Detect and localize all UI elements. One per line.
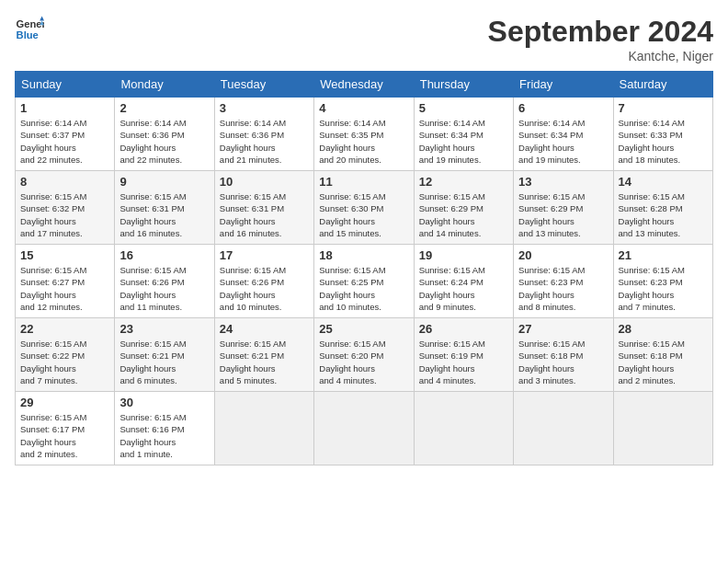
calendar-day-21: 21Sunrise: 6:15 AMSunset: 6:23 PMDayligh…	[613, 245, 712, 318]
calendar-day-11: 11Sunrise: 6:15 AMSunset: 6:30 PMDayligh…	[314, 171, 414, 245]
day-info: Sunrise: 6:14 AMSunset: 6:34 PMDaylight …	[419, 117, 508, 166]
day-info: Sunrise: 6:15 AMSunset: 6:17 PMDaylight …	[20, 411, 109, 460]
day-number: 8	[20, 175, 109, 189]
day-number: 26	[419, 322, 508, 336]
calendar-day-28: 28Sunrise: 6:15 AMSunset: 6:18 PMDayligh…	[613, 318, 712, 392]
day-info: Sunrise: 6:15 AMSunset: 6:29 PMDaylight …	[419, 190, 508, 239]
day-info: Sunrise: 6:15 AMSunset: 6:20 PMDaylight …	[319, 338, 408, 386]
day-info: Sunrise: 6:15 AMSunset: 6:22 PMDaylight …	[20, 338, 109, 386]
col-header-tuesday: Tuesday	[214, 72, 313, 98]
calendar-day-1: 1Sunrise: 6:14 AMSunset: 6:37 PMDaylight…	[16, 98, 115, 171]
calendar-day-9: 9Sunrise: 6:15 AMSunset: 6:31 PMDaylight…	[115, 171, 214, 245]
calendar-day-empty	[314, 392, 414, 465]
calendar-day-19: 19Sunrise: 6:15 AMSunset: 6:24 PMDayligh…	[414, 245, 513, 318]
calendar-row: 22Sunrise: 6:15 AMSunset: 6:22 PMDayligh…	[16, 318, 713, 392]
day-info: Sunrise: 6:15 AMSunset: 6:31 PMDaylight …	[119, 190, 209, 239]
day-info: Sunrise: 6:15 AMSunset: 6:29 PMDaylight …	[518, 190, 608, 239]
day-number: 17	[220, 248, 309, 262]
day-info: Sunrise: 6:14 AMSunset: 6:37 PMDaylight …	[20, 117, 109, 166]
location: Kantche, Niger	[488, 49, 713, 63]
day-number: 1	[20, 101, 109, 115]
calendar-day-2: 2Sunrise: 6:14 AMSunset: 6:36 PMDaylight…	[115, 98, 214, 171]
calendar-day-4: 4Sunrise: 6:14 AMSunset: 6:35 PMDaylight…	[314, 98, 414, 171]
day-number: 24	[220, 322, 309, 336]
day-number: 27	[518, 322, 608, 336]
day-info: Sunrise: 6:15 AMSunset: 6:23 PMDaylight …	[518, 264, 608, 313]
day-number: 23	[119, 322, 209, 336]
calendar-day-15: 15Sunrise: 6:15 AMSunset: 6:27 PMDayligh…	[16, 245, 115, 318]
day-number: 5	[419, 101, 508, 115]
day-info: Sunrise: 6:15 AMSunset: 6:18 PMDaylight …	[518, 338, 608, 386]
calendar-day-23: 23Sunrise: 6:15 AMSunset: 6:21 PMDayligh…	[115, 318, 214, 392]
day-number: 3	[220, 101, 309, 115]
day-info: Sunrise: 6:15 AMSunset: 6:26 PMDaylight …	[119, 264, 209, 313]
day-number: 25	[319, 322, 408, 336]
day-number: 12	[419, 175, 508, 189]
calendar-day-17: 17Sunrise: 6:15 AMSunset: 6:26 PMDayligh…	[214, 245, 313, 318]
calendar-table: SundayMondayTuesdayWednesdayThursdayFrid…	[15, 71, 713, 465]
day-number: 19	[419, 248, 508, 262]
calendar-day-29: 29Sunrise: 6:15 AMSunset: 6:17 PMDayligh…	[16, 392, 115, 465]
day-number: 20	[518, 248, 608, 262]
logo: General Blue	[15, 15, 44, 44]
calendar-day-empty	[613, 392, 712, 465]
calendar-day-6: 6Sunrise: 6:14 AMSunset: 6:34 PMDaylight…	[514, 98, 613, 171]
day-info: Sunrise: 6:15 AMSunset: 6:18 PMDaylight …	[619, 338, 708, 386]
day-info: Sunrise: 6:14 AMSunset: 6:34 PMDaylight …	[518, 117, 608, 166]
day-info: Sunrise: 6:15 AMSunset: 6:30 PMDaylight …	[319, 190, 408, 239]
day-info: Sunrise: 6:15 AMSunset: 6:28 PMDaylight …	[619, 190, 708, 239]
svg-text:Blue: Blue	[17, 29, 39, 40]
calendar-day-empty	[514, 392, 613, 465]
calendar-row: 15Sunrise: 6:15 AMSunset: 6:27 PMDayligh…	[16, 245, 713, 318]
day-info: Sunrise: 6:14 AMSunset: 6:33 PMDaylight …	[619, 117, 708, 166]
day-number: 21	[619, 248, 708, 262]
day-number: 9	[119, 175, 209, 189]
day-info: Sunrise: 6:15 AMSunset: 6:16 PMDaylight …	[119, 411, 209, 460]
calendar-day-10: 10Sunrise: 6:15 AMSunset: 6:31 PMDayligh…	[214, 171, 313, 245]
calendar-day-empty	[214, 392, 313, 465]
calendar-day-30: 30Sunrise: 6:15 AMSunset: 6:16 PMDayligh…	[115, 392, 214, 465]
calendar-day-8: 8Sunrise: 6:15 AMSunset: 6:32 PMDaylight…	[16, 171, 115, 245]
day-number: 13	[518, 175, 608, 189]
logo-icon: General Blue	[15, 15, 44, 44]
day-info: Sunrise: 6:15 AMSunset: 6:27 PMDaylight …	[20, 264, 109, 313]
calendar-day-13: 13Sunrise: 6:15 AMSunset: 6:29 PMDayligh…	[514, 171, 613, 245]
day-number: 29	[20, 396, 109, 409]
day-info: Sunrise: 6:15 AMSunset: 6:31 PMDaylight …	[220, 190, 309, 239]
day-info: Sunrise: 6:14 AMSunset: 6:35 PMDaylight …	[319, 117, 408, 166]
month-title: September 2024	[488, 15, 713, 49]
calendar-day-24: 24Sunrise: 6:15 AMSunset: 6:21 PMDayligh…	[214, 318, 313, 392]
calendar-day-16: 16Sunrise: 6:15 AMSunset: 6:26 PMDayligh…	[115, 245, 214, 318]
col-header-thursday: Thursday	[414, 72, 513, 98]
day-number: 11	[319, 175, 408, 189]
col-header-wednesday: Wednesday	[314, 72, 414, 98]
calendar-day-5: 5Sunrise: 6:14 AMSunset: 6:34 PMDaylight…	[414, 98, 513, 171]
calendar-row: 8Sunrise: 6:15 AMSunset: 6:32 PMDaylight…	[16, 171, 713, 245]
day-info: Sunrise: 6:14 AMSunset: 6:36 PMDaylight …	[220, 117, 309, 166]
calendar-day-25: 25Sunrise: 6:15 AMSunset: 6:20 PMDayligh…	[314, 318, 414, 392]
day-info: Sunrise: 6:15 AMSunset: 6:19 PMDaylight …	[419, 338, 508, 386]
day-info: Sunrise: 6:15 AMSunset: 6:32 PMDaylight …	[20, 190, 109, 239]
calendar-header-row: SundayMondayTuesdayWednesdayThursdayFrid…	[16, 72, 713, 98]
day-number: 30	[119, 396, 209, 409]
calendar-day-20: 20Sunrise: 6:15 AMSunset: 6:23 PMDayligh…	[514, 245, 613, 318]
day-info: Sunrise: 6:15 AMSunset: 6:24 PMDaylight …	[419, 264, 508, 313]
day-info: Sunrise: 6:15 AMSunset: 6:21 PMDaylight …	[119, 338, 209, 386]
calendar-day-12: 12Sunrise: 6:15 AMSunset: 6:29 PMDayligh…	[414, 171, 513, 245]
col-header-monday: Monday	[115, 72, 214, 98]
day-number: 22	[20, 322, 109, 336]
title-area: September 2024 Kantche, Niger	[488, 15, 713, 63]
day-number: 2	[119, 101, 209, 115]
calendar-day-26: 26Sunrise: 6:15 AMSunset: 6:19 PMDayligh…	[414, 318, 513, 392]
day-number: 14	[619, 175, 708, 189]
day-info: Sunrise: 6:15 AMSunset: 6:21 PMDaylight …	[220, 338, 309, 386]
day-info: Sunrise: 6:15 AMSunset: 6:26 PMDaylight …	[220, 264, 309, 313]
day-number: 15	[20, 248, 109, 262]
day-info: Sunrise: 6:15 AMSunset: 6:23 PMDaylight …	[619, 264, 708, 313]
day-number: 6	[518, 101, 608, 115]
day-number: 18	[319, 248, 408, 262]
col-header-saturday: Saturday	[613, 72, 712, 98]
day-number: 16	[119, 248, 209, 262]
day-number: 28	[619, 322, 708, 336]
col-header-sunday: Sunday	[16, 72, 115, 98]
